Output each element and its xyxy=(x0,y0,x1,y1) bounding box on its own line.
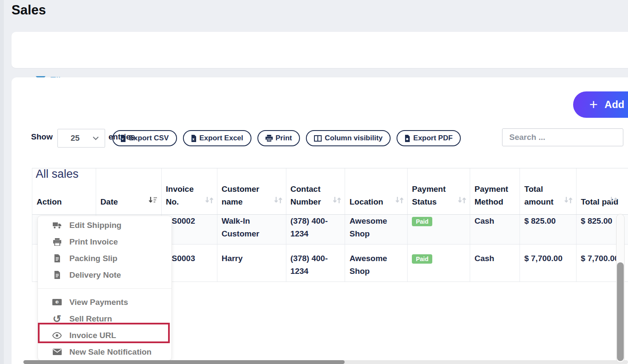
status-badge: Paid xyxy=(412,217,432,226)
sort-both-icon[interactable] xyxy=(274,195,283,208)
export-pdf-button[interactable]: Export PDF xyxy=(397,130,461,146)
sort-desc-active-icon[interactable] xyxy=(148,195,158,208)
print-button[interactable]: Print xyxy=(257,130,300,146)
cell-payment-method: Cash xyxy=(470,245,520,282)
sort-both-icon[interactable] xyxy=(395,195,404,208)
cell-contact-number: (378) 400-1234 xyxy=(286,245,345,282)
table-header-row: Action Date Invoice No. Customer name Co… xyxy=(32,168,628,215)
vertical-scrollbar[interactable] xyxy=(616,214,625,363)
status-badge: Paid xyxy=(412,254,432,264)
page-size-value: 25 xyxy=(71,134,80,143)
file-excel-icon: x xyxy=(191,135,197,142)
file-icon xyxy=(51,271,63,279)
cell-payment-method: Cash xyxy=(470,215,520,244)
menu-item-delivery-note[interactable]: Delivery Note xyxy=(38,267,171,283)
col-header-payment-method: Payment Method xyxy=(470,168,520,214)
show-label: Show xyxy=(31,132,53,142)
menu-divider xyxy=(38,288,171,289)
svg-text:1: 1 xyxy=(56,300,58,304)
cell-total-amount: $ 825.00 xyxy=(520,215,577,244)
columns-icon xyxy=(314,135,322,142)
search-input[interactable] xyxy=(502,128,623,146)
col-header-invoice-no[interactable]: Invoice No. xyxy=(162,168,217,214)
cell-location: Awesome Shop xyxy=(345,245,408,282)
menu-item-edit-shipping[interactable]: Edit Shipping xyxy=(38,217,171,233)
invoice-url-highlight-box xyxy=(38,323,170,343)
sort-both-icon[interactable] xyxy=(609,195,618,208)
col-header-location[interactable]: Location xyxy=(345,168,408,214)
add-button-label: Add xyxy=(605,99,625,111)
col-header-customer-name[interactable]: Customer name xyxy=(217,168,286,214)
file-pdf-icon xyxy=(405,135,410,142)
file-csv-icon: v xyxy=(120,135,126,142)
export-csv-button[interactable]: v Export CSV xyxy=(112,130,177,146)
horizontal-scrollbar-thumb[interactable] xyxy=(23,360,345,364)
export-excel-button[interactable]: x Export Excel xyxy=(183,130,251,146)
plus-icon: + xyxy=(589,97,598,111)
horizontal-scrollbar[interactable] xyxy=(23,360,628,364)
sort-both-icon[interactable] xyxy=(564,195,573,208)
col-header-total-amount[interactable]: Total amount xyxy=(520,168,577,214)
sort-both-icon[interactable] xyxy=(205,195,214,208)
svg-text:v: v xyxy=(122,137,124,141)
add-sale-button[interactable]: + Add xyxy=(573,91,628,118)
envelope-icon xyxy=(51,349,63,355)
export-toolbar: v Export CSV x Export Excel Print Column… xyxy=(112,130,461,146)
printer-icon xyxy=(265,135,273,142)
col-header-date[interactable]: Date xyxy=(96,168,162,214)
cell-total-amount: $ 7,700.00 xyxy=(520,245,577,282)
undo-icon: ↺ xyxy=(51,315,63,323)
menu-item-print-invoice[interactable]: Print Invoice xyxy=(38,233,171,250)
printer-icon xyxy=(51,238,63,246)
col-header-action: Action xyxy=(32,168,96,214)
filters-panel[interactable]: Filters xyxy=(11,32,628,68)
svg-text:x: x xyxy=(192,136,194,141)
cell-contact-number: (378) 400-1234 xyxy=(286,215,345,244)
page-left-gutter xyxy=(0,0,4,364)
cell-location: Awesome Shop xyxy=(345,215,408,244)
col-header-total-paid[interactable]: Total paid xyxy=(577,168,628,214)
chevron-down-icon xyxy=(93,136,99,140)
menu-item-packing-slip[interactable]: Packing Slip xyxy=(38,250,171,267)
col-header-payment-status[interactable]: Payment Status xyxy=(408,168,470,214)
cell-customer-name: Walk-In Customer xyxy=(217,215,286,244)
page-size-select[interactable]: 25 xyxy=(57,129,105,148)
cell-payment-status: Paid xyxy=(408,245,470,282)
column-visibility-button[interactable]: Column visibility xyxy=(306,130,391,146)
money-bill-icon: 1 xyxy=(51,299,63,305)
cell-customer-name: Harry xyxy=(217,245,286,282)
vertical-scrollbar-thumb[interactable] xyxy=(617,262,624,361)
sort-both-icon[interactable] xyxy=(458,195,466,208)
cell-payment-status: Paid xyxy=(408,215,470,244)
menu-item-new-sale-notification[interactable]: New Sale Notification xyxy=(38,344,171,360)
menu-item-view-payments[interactable]: 1 View Payments xyxy=(38,294,171,310)
sales-page: Sales Filters All sales + Add Show 25 en… xyxy=(0,0,628,364)
truck-icon xyxy=(51,222,63,229)
page-title: Sales xyxy=(11,3,46,18)
file-icon xyxy=(51,254,63,262)
sort-both-icon[interactable] xyxy=(333,195,341,208)
col-header-contact-number[interactable]: Contact Number xyxy=(286,168,345,214)
